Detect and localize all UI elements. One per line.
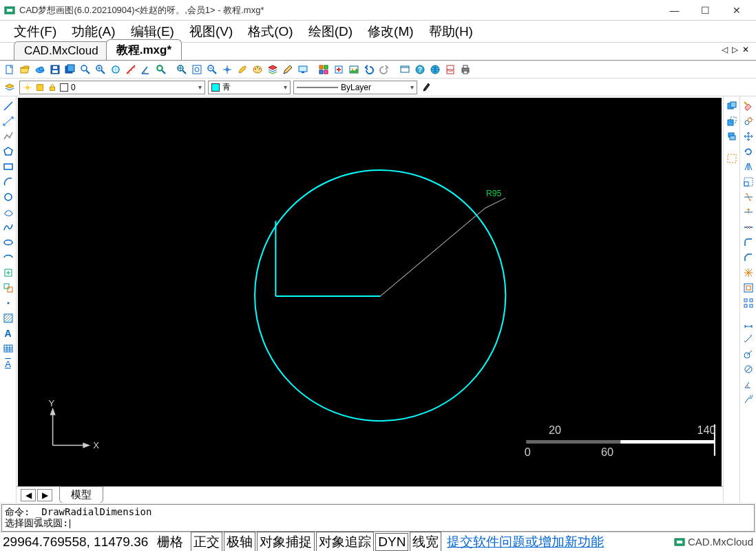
globe-icon[interactable] <box>428 63 442 76</box>
zoom-icon[interactable] <box>78 63 92 76</box>
measure-icon[interactable] <box>124 63 138 76</box>
command-line[interactable]: 命令: _DrawRadialDimension 选择圆弧或圆: <box>1 504 755 532</box>
rectangle-icon[interactable] <box>1 160 15 174</box>
menu-format[interactable]: 格式(O) <box>241 21 300 42</box>
mode-lwt[interactable]: 线宽 <box>410 532 441 552</box>
feedback-link[interactable]: 提交软件问题或增加新功能 <box>447 533 604 551</box>
zoom-realtime-icon[interactable] <box>205 63 219 76</box>
hatch-icon[interactable] <box>1 311 15 325</box>
palette-icon[interactable] <box>251 63 264 76</box>
coordinates[interactable]: 29964.769558, 11479.36 <box>3 534 148 550</box>
dim-radius-icon[interactable] <box>742 347 755 361</box>
erase-icon[interactable] <box>742 99 755 113</box>
line-icon[interactable] <box>1 99 15 113</box>
layer-combo[interactable]: 0 ▾ <box>19 81 205 94</box>
tab-close-icon[interactable]: ✕ <box>741 45 750 54</box>
ellipse-arc-icon[interactable] <box>1 251 15 264</box>
angle-icon[interactable] <box>139 63 153 76</box>
make-block-icon[interactable] <box>1 281 15 295</box>
paint-icon[interactable] <box>235 63 249 76</box>
image-icon[interactable] <box>347 63 361 76</box>
text-icon-a[interactable]: A <box>1 326 15 340</box>
trim-icon[interactable] <box>742 190 755 204</box>
insert-block-icon[interactable] <box>1 266 15 280</box>
open-file-icon[interactable] <box>18 63 32 76</box>
array-icon[interactable] <box>742 296 755 310</box>
dim-angular-icon[interactable] <box>742 377 755 391</box>
linetype-combo[interactable]: ByLayer ▾ <box>293 81 417 94</box>
copy-icon[interactable] <box>742 114 755 128</box>
mode-otrack[interactable]: 对象追踪 <box>316 532 374 552</box>
ellipse-icon[interactable] <box>1 236 15 249</box>
tab-next-icon[interactable]: ▷ <box>731 45 739 54</box>
redo-icon[interactable] <box>377 63 391 76</box>
table-icon[interactable] <box>1 342 15 355</box>
save-icon[interactable] <box>48 63 62 76</box>
break-icon[interactable] <box>742 220 755 234</box>
menu-view[interactable]: 视图(V) <box>182 21 240 42</box>
explode-icon[interactable] <box>742 266 755 280</box>
menu-function[interactable]: 功能(A) <box>65 21 122 42</box>
print-icon[interactable] <box>459 63 472 76</box>
circle-icon[interactable] <box>1 190 15 204</box>
move-layer-icon[interactable] <box>725 114 739 128</box>
mode-grid[interactable]: 栅格 <box>155 532 185 552</box>
layout-prev-button[interactable]: ◀ <box>21 489 36 501</box>
dim-diameter-icon[interactable] <box>742 362 755 376</box>
pan-icon[interactable] <box>175 63 189 76</box>
color-combo[interactable]: 青 ▾ <box>208 81 291 94</box>
zoom-in-icon[interactable] <box>94 63 107 76</box>
offset-icon[interactable] <box>742 281 755 295</box>
block-icon[interactable] <box>317 63 330 76</box>
mirror-icon[interactable] <box>742 160 755 174</box>
tab-prev-icon[interactable]: ◁ <box>720 45 729 54</box>
menu-draw[interactable]: 绘图(D) <box>302 21 359 42</box>
layout-tab-model[interactable]: 模型 <box>59 486 103 503</box>
point-icon[interactable] <box>1 296 15 310</box>
mode-osnap[interactable]: 对象捕捉 <box>257 532 315 552</box>
tab-cloud[interactable]: CAD.MxCloud <box>14 41 109 60</box>
zoom-window-icon[interactable] <box>109 63 123 76</box>
pdf-icon[interactable]: PDF <box>443 63 457 76</box>
polygon-icon[interactable] <box>1 145 15 158</box>
help-icon[interactable]: ? <box>413 63 427 76</box>
menu-modify[interactable]: 修改(M) <box>361 21 420 42</box>
copy-layer-icon[interactable] <box>725 99 739 113</box>
polyline-icon[interactable] <box>1 129 15 143</box>
mode-dyn[interactable]: DYN <box>375 533 408 551</box>
xline-icon[interactable] <box>1 114 15 128</box>
spline-icon[interactable] <box>1 220 15 234</box>
monitor-icon[interactable] <box>296 63 310 76</box>
close-button[interactable]: ✕ <box>721 0 752 21</box>
brush-icon[interactable] <box>420 81 434 94</box>
crosshair-icon[interactable] <box>220 63 234 76</box>
minimize-button[interactable]: — <box>659 0 690 21</box>
cloud-icon[interactable] <box>33 63 47 76</box>
stack-layer-icon[interactable] <box>725 129 739 143</box>
revcloud-icon[interactable] <box>1 205 15 219</box>
extend-icon[interactable] <box>742 205 755 219</box>
pencil-icon[interactable] <box>281 63 295 76</box>
mtext-icon[interactable]: A <box>1 357 15 371</box>
menu-help[interactable]: 帮助(H) <box>422 21 480 42</box>
menu-edit[interactable]: 编辑(E) <box>124 21 181 42</box>
select-window-icon[interactable] <box>725 152 739 165</box>
undo-icon[interactable] <box>362 63 376 76</box>
maximize-button[interactable]: ☐ <box>690 0 721 21</box>
layout-next-button[interactable]: ▶ <box>37 489 52 501</box>
leader-icon[interactable]: H <box>742 393 755 406</box>
zoom-extents-icon[interactable] <box>154 63 168 76</box>
saveas-icon[interactable] <box>63 63 77 76</box>
menu-file[interactable]: 文件(F) <box>7 21 63 42</box>
dim-aligned-icon[interactable] <box>742 332 755 346</box>
arc-icon[interactable] <box>1 175 15 189</box>
scale-icon[interactable] <box>742 175 755 189</box>
tab-tutorial[interactable]: 教程.mxg* <box>106 39 182 60</box>
fillet-icon[interactable] <box>742 236 755 249</box>
dim-linear-icon[interactable] <box>742 317 755 331</box>
drawing-canvas[interactable]: R95 X Y 0 20 60 140 <box>18 98 722 486</box>
move-icon[interactable] <box>742 129 755 143</box>
screen-icon[interactable] <box>398 63 412 76</box>
layers-icon[interactable] <box>266 63 280 76</box>
new-file-icon[interactable] <box>3 63 17 76</box>
